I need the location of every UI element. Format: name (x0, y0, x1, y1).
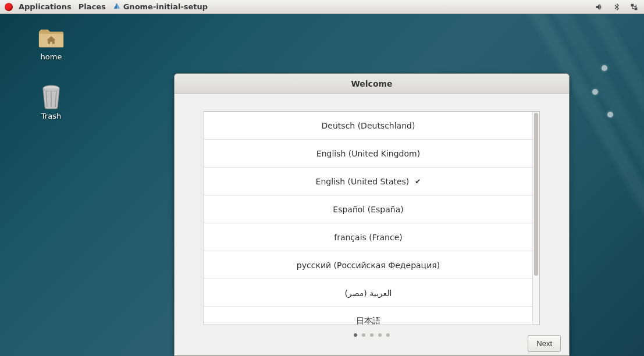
home-label: home (28, 52, 74, 61)
current-app-label: Gnome-initial-setup (123, 2, 208, 11)
distro-logo-icon (5, 3, 13, 11)
current-app-menu[interactable]: Gnome-initial-setup (113, 2, 208, 12)
volume-icon[interactable] (594, 2, 604, 12)
language-option[interactable]: français (France) (204, 223, 532, 251)
desktop-icon-home[interactable]: home (28, 27, 74, 61)
desktop-icon-trash[interactable]: Trash (28, 86, 74, 120)
language-option[interactable]: English (United Kingdom) (204, 140, 532, 168)
page-dot (370, 333, 373, 337)
bg-dot (602, 65, 607, 71)
language-label: English (United Kingdom) (316, 149, 420, 158)
places-menu[interactable]: Places (79, 2, 106, 11)
language-label: français (France) (334, 233, 403, 242)
page-dot (378, 333, 382, 337)
bg-dot (607, 112, 613, 118)
language-option[interactable]: 日本語 (204, 307, 532, 325)
check-icon: ✔ (415, 177, 421, 186)
language-option[interactable]: русский (Российская Федерация) (204, 251, 532, 279)
language-label: Deutsch (Deutschland) (322, 121, 415, 130)
page-dot (354, 333, 357, 337)
page-indicator (204, 333, 540, 337)
applications-menu[interactable]: Applications (5, 2, 72, 11)
network-icon[interactable] (629, 2, 639, 12)
initial-setup-window: Welcome Deutsch (Deutschland)English (Un… (174, 73, 570, 356)
language-option[interactable]: Español (España) (204, 195, 532, 223)
language-label: العربية (مصر) (345, 289, 392, 298)
trash-icon (41, 85, 62, 111)
top-panel: Applications Places Gnome-initial-setup (0, 0, 644, 14)
folder-home-icon (38, 27, 65, 50)
trash-label: Trash (28, 112, 74, 120)
language-label: Español (España) (333, 205, 403, 214)
bluetooth-icon[interactable] (611, 2, 622, 12)
bg-dot (592, 89, 598, 95)
language-label: English (United States) (316, 177, 410, 186)
scrollbar[interactable] (532, 112, 539, 325)
scrollbar-thumb[interactable] (534, 113, 538, 276)
language-option[interactable]: Deutsch (Deutschland) (204, 112, 532, 140)
language-label: русский (Российская Федерация) (297, 261, 440, 270)
language-label: 日本語 (356, 316, 380, 325)
applications-label: Applications (19, 2, 72, 11)
setup-app-icon (113, 2, 121, 12)
page-dot (362, 333, 365, 337)
language-list: Deutsch (Deutschland)English (United Kin… (204, 112, 532, 325)
window-title: Welcome (351, 79, 392, 88)
next-button[interactable]: Next (528, 335, 561, 352)
page-dot (386, 333, 390, 337)
window-titlebar: Welcome (175, 74, 569, 94)
language-option[interactable]: English (United States)✔ (204, 168, 532, 195)
language-option[interactable]: العربية (مصر) (204, 279, 532, 307)
language-list-container: Deutsch (Deutschland)English (United Kin… (204, 111, 540, 325)
